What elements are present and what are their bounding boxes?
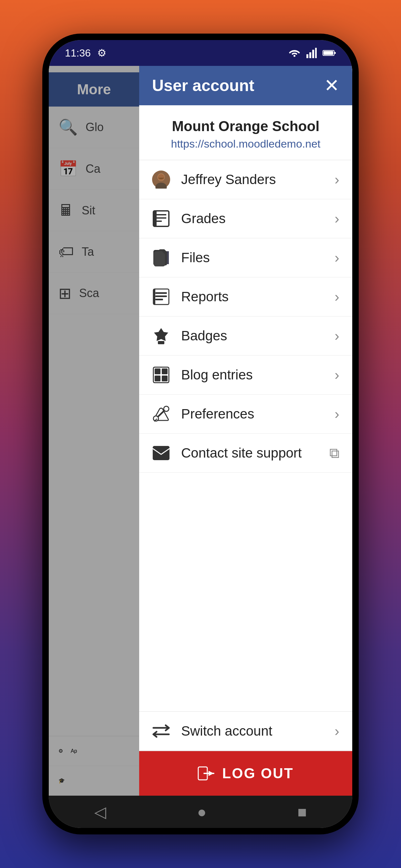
svg-rect-30: [162, 376, 167, 381]
badges-chevron-icon: ›: [335, 328, 339, 344]
menu-item-preferences[interactable]: Preferences ›: [139, 395, 352, 434]
school-name: Mount Orange School: [152, 118, 339, 134]
svg-rect-4: [315, 48, 317, 58]
preferences-label: Preferences: [181, 406, 335, 422]
svg-rect-25: [158, 341, 164, 344]
svg-rect-28: [162, 368, 167, 374]
school-section: Mount Orange School https://school.moodl…: [139, 105, 352, 160]
logout-label: LOG OUT: [222, 765, 294, 781]
svg-rect-34: [153, 446, 169, 460]
modal-title: User account: [152, 76, 254, 95]
switch-account-section: Switch account ›: [139, 712, 352, 751]
user-avatar-container: [152, 170, 181, 189]
external-link-icon: ⧉: [329, 445, 339, 461]
svg-rect-3: [312, 50, 314, 58]
files-chevron-icon: ›: [335, 250, 339, 266]
wifi-icon: [288, 48, 301, 58]
svg-rect-23: [155, 299, 163, 300]
badges-icon-container: [152, 327, 181, 345]
recents-icon: ■: [297, 803, 307, 821]
back-button[interactable]: ◁: [94, 803, 106, 821]
overlay-background: [49, 66, 139, 796]
files-icon: [152, 249, 170, 267]
switch-icon: [152, 722, 170, 740]
grades-icon: [152, 210, 170, 228]
reports-icon: [152, 288, 170, 306]
files-icon-container: [152, 249, 181, 267]
signal-icon: [306, 48, 317, 58]
svg-rect-1: [306, 54, 308, 58]
gear-icon: ⚙: [97, 47, 106, 59]
blog-label: Blog entries: [181, 367, 335, 383]
files-label: Files: [181, 250, 335, 266]
recents-button[interactable]: ■: [297, 803, 307, 821]
status-bar: 11:36 ⚙: [49, 40, 352, 66]
badges-label: Badges: [181, 328, 335, 344]
phone-screen: 11:36 ⚙: [49, 40, 352, 828]
svg-rect-2: [309, 52, 311, 58]
time-display: 11:36: [65, 47, 91, 59]
logout-icon: [197, 766, 214, 780]
switch-account-chevron-icon: ›: [335, 723, 339, 739]
spacer-section: [139, 473, 352, 712]
menu-item-grades[interactable]: Grades ›: [139, 199, 352, 238]
modal-header: User account ✕: [139, 66, 352, 105]
contact-icon-container: [152, 444, 181, 462]
user-avatar-icon: [152, 170, 170, 189]
blog-icon: [152, 366, 170, 384]
badges-icon: [152, 327, 170, 345]
user-account-modal: User account ✕ Mount Orange School https…: [139, 66, 352, 796]
user-name-label: Jeffrey Sanders: [181, 172, 335, 187]
svg-rect-24: [153, 289, 155, 305]
email-icon: [152, 444, 170, 462]
preferences-icon-container: [152, 405, 181, 423]
svg-rect-29: [155, 376, 160, 381]
menu-item-switch-account[interactable]: Switch account ›: [139, 712, 352, 751]
menu-item-contact[interactable]: Contact site support ⧉: [139, 434, 352, 473]
user-chevron-icon: ›: [335, 172, 339, 188]
svg-rect-21: [155, 292, 167, 294]
back-icon: ◁: [94, 803, 106, 821]
svg-rect-6: [323, 51, 333, 55]
contact-label: Contact site support: [181, 445, 329, 461]
modal-body: Mount Orange School https://school.moodl…: [139, 105, 352, 796]
preferences-icon: [152, 405, 170, 423]
svg-point-33: [164, 406, 169, 411]
reports-chevron-icon: ›: [335, 289, 339, 305]
menu-item-blog[interactable]: Blog entries ›: [139, 355, 352, 395]
status-left: 11:36 ⚙: [65, 47, 106, 59]
svg-point-0: [294, 55, 296, 57]
menu-item-reports[interactable]: Reports ›: [139, 277, 352, 316]
logout-button[interactable]: LOG OUT: [139, 751, 352, 796]
battery-icon: [322, 50, 336, 57]
svg-rect-22: [155, 296, 167, 297]
grades-label: Grades: [181, 211, 335, 226]
bottom-nav-bar: ◁ ● ■: [49, 796, 352, 828]
home-icon: ●: [197, 803, 206, 821]
svg-rect-16: [153, 211, 157, 226]
grades-icon-container: [152, 210, 181, 228]
switch-account-icon-container: [152, 722, 181, 740]
svg-rect-7: [335, 52, 336, 54]
svg-point-11: [158, 174, 165, 181]
phone-frame: 11:36 ⚙: [42, 34, 359, 834]
modal-overlay: User account ✕ Mount Orange School https…: [49, 66, 352, 796]
menu-item-user[interactable]: Jeffrey Sanders ›: [139, 160, 352, 199]
blog-chevron-icon: ›: [335, 367, 339, 383]
menu-item-files[interactable]: Files ›: [139, 238, 352, 277]
blog-icon-container: [152, 366, 181, 384]
home-button[interactable]: ●: [197, 803, 206, 821]
menu-item-badges[interactable]: Badges ›: [139, 316, 352, 355]
app-container: More 🔍 Glo 📅 Ca 🖩 Sit 🏷 Ta: [49, 66, 352, 796]
reports-label: Reports: [181, 289, 335, 305]
grades-chevron-icon: ›: [335, 211, 339, 227]
school-url[interactable]: https://school.moodledemo.net: [152, 137, 339, 150]
svg-rect-27: [155, 368, 160, 374]
status-right: [288, 48, 336, 58]
close-button[interactable]: ✕: [324, 76, 339, 95]
preferences-chevron-icon: ›: [335, 406, 339, 422]
reports-icon-container: [152, 288, 181, 306]
switch-account-label: Switch account: [181, 723, 335, 739]
